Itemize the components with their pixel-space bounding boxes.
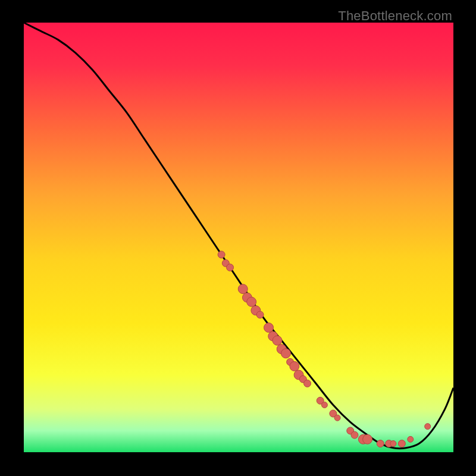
attribution-text: TheBottleneck.com xyxy=(338,8,452,24)
data-marker xyxy=(264,323,274,333)
data-marker xyxy=(398,440,405,447)
data-marker xyxy=(290,362,299,371)
data-marker xyxy=(408,436,414,442)
plot-area xyxy=(23,23,453,453)
data-marker xyxy=(227,264,234,271)
chart-container: { "attribution": "TheBottleneck.com", "c… xyxy=(0,0,476,476)
gradient-background xyxy=(24,23,453,452)
data-marker xyxy=(351,431,358,439)
data-marker xyxy=(390,441,396,447)
chart-svg xyxy=(24,23,453,452)
data-marker xyxy=(363,434,372,444)
data-marker xyxy=(238,284,248,294)
data-marker xyxy=(218,251,225,258)
data-marker xyxy=(425,424,431,430)
data-marker xyxy=(247,297,256,306)
data-marker xyxy=(304,380,311,387)
data-marker xyxy=(377,440,384,447)
data-marker xyxy=(256,311,264,318)
data-marker xyxy=(281,349,290,358)
data-marker xyxy=(334,415,340,421)
data-marker xyxy=(273,336,282,345)
data-marker xyxy=(321,402,327,408)
